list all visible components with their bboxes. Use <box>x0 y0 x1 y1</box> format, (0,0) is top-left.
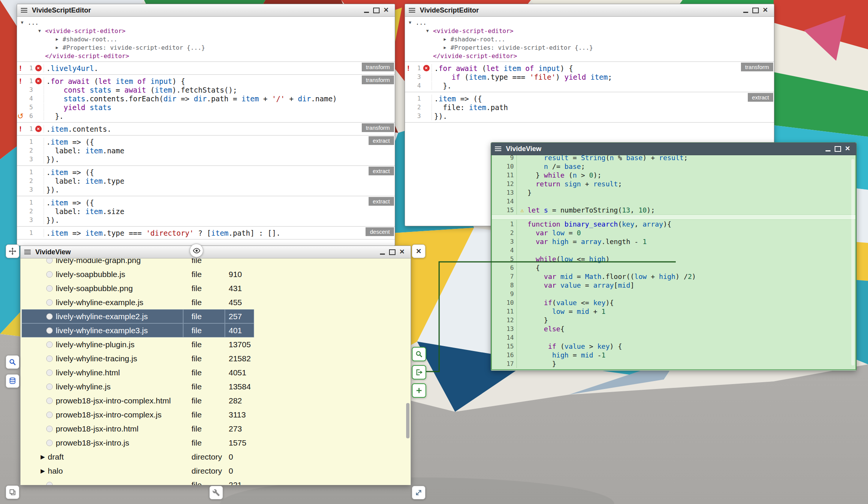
configure-button[interactable] <box>209 486 223 499</box>
data-source-button[interactable] <box>6 374 19 388</box>
file-row[interactable]: lively-whyline.jsfile13584 <box>20 380 411 394</box>
code-text[interactable]: yield stats <box>44 103 395 112</box>
code-line[interactable]: 2 label: item.name <box>17 146 395 155</box>
menu-icon[interactable] <box>24 250 31 254</box>
code-line[interactable]: 1function binary_search(key, array){ <box>492 220 855 228</box>
code-text[interactable]: .item.contents. <box>44 125 395 133</box>
code-line[interactable]: 3 var high = array.length - 1 <box>492 237 855 246</box>
code-line[interactable]: 10 n /= base; <box>492 162 855 171</box>
code-line[interactable]: 13} <box>492 188 855 197</box>
titlebar[interactable]: VivideScriptEditor ✕ <box>17 4 395 17</box>
code-line[interactable]: 12 } <box>492 316 855 324</box>
code-text[interactable]: .item => ({ <box>432 94 774 103</box>
file-row[interactable]: proweb18-jsx-intro.htmlfile273 <box>20 422 411 436</box>
code-text[interactable]: high = mid -1 <box>527 351 606 359</box>
file-row[interactable]: proweb18-jsx-intro-complex.jsfile3113 <box>20 408 411 422</box>
code-text[interactable]: { <box>527 264 540 272</box>
code-text[interactable]: .item => ({ <box>44 168 395 176</box>
menu-icon[interactable] <box>409 8 415 13</box>
code-text[interactable]: .item => ({ <box>44 138 395 146</box>
tree-node[interactable]: ▼<vivide-script-editor> <box>17 27 395 35</box>
code-line[interactable]: !1✕.item.contents. <box>17 124 395 133</box>
code-text[interactable]: file: item.path <box>432 103 774 112</box>
code-text[interactable]: var mid = Math.floor((low + high) /2) <box>527 272 696 280</box>
code-line[interactable]: 15 if (value > key) { <box>492 342 855 351</box>
code-line[interactable]: 3}). <box>17 216 395 224</box>
code-line[interactable]: 6 { <box>492 263 855 272</box>
code-line[interactable]: 5 yield stats <box>17 103 395 112</box>
code-text[interactable]: var low = 0 <box>527 229 581 237</box>
file-row[interactable]: lively-soapbubble.pngfile431 <box>20 281 411 295</box>
tree-node[interactable]: </vivide-script-editor> <box>405 52 774 60</box>
code-line[interactable]: 2 file: item.path <box>405 103 774 112</box>
tree-toggle-icon[interactable]: ▶ <box>444 45 450 50</box>
vertical-scrollbar[interactable] <box>851 159 854 365</box>
code-text[interactable]: }). <box>44 186 395 194</box>
code-line[interactable]: 11 low = mid + 1 <box>492 307 855 316</box>
vertical-scrollbar[interactable] <box>406 403 410 438</box>
dom-tree[interactable]: ▼...▼<vivide-script-editor>▶#shadow-root… <box>405 17 774 62</box>
tree-node[interactable]: ▶#shadow-root... <box>17 35 395 43</box>
tree-node[interactable]: ▼<vivide-script-editor> <box>405 27 774 35</box>
minimize-button[interactable] <box>377 247 387 257</box>
script-step-descent[interactable]: descent1.item => item.type === 'director… <box>17 227 395 239</box>
code-text[interactable]: n /= base; <box>527 162 585 170</box>
code-line[interactable]: 15⚠let s = numberToString(13, 10); <box>492 206 855 214</box>
file-row[interactable]: lively-whyline-example.jsfile455 <box>20 295 411 309</box>
code-line[interactable]: 1.item => item.type === 'directory' ? [i… <box>17 228 395 237</box>
code-line[interactable]: 1.item => ({ <box>17 168 395 176</box>
code-line[interactable]: 8 var value = array[mid] <box>492 281 855 290</box>
code-text[interactable]: stats.contents.forEach(dir => dir.path =… <box>44 94 395 103</box>
tree-node[interactable]: ▼... <box>405 18 774 27</box>
code-text[interactable]: return sign + result; <box>527 180 622 188</box>
code-block[interactable]: 1function binary_search(key, array){2 va… <box>492 220 855 368</box>
code-line[interactable]: !1✕.for await (let item of input) { <box>17 77 395 85</box>
code-line[interactable]: 3}). <box>17 185 395 194</box>
menu-icon[interactable] <box>21 8 27 13</box>
code-text[interactable]: }. <box>432 82 774 90</box>
tree-toggle-icon[interactable]: ▶ <box>56 37 63 42</box>
code-text[interactable]: } while (n > 0); <box>527 171 601 179</box>
code-text[interactable]: low = mid + 1 <box>527 307 606 315</box>
maximize-button[interactable] <box>833 144 843 153</box>
code-text[interactable]: } <box>527 360 556 368</box>
move-handle-button[interactable] <box>6 244 19 258</box>
code-line[interactable]: 12 return sign + result; <box>492 180 855 188</box>
halo-close-button[interactable]: ✕ <box>412 244 425 258</box>
search-button[interactable] <box>6 355 19 369</box>
code-line[interactable]: 3}). <box>17 155 395 164</box>
script-step-transform[interactable]: transform!1✕.for await (let item of inpu… <box>405 62 774 92</box>
code-text[interactable]: }). <box>432 112 774 120</box>
code-line[interactable]: 3 if (item.type === 'file') yield item; <box>405 72 774 81</box>
code-line[interactable]: 3}). <box>405 112 774 120</box>
tree-node[interactable]: ▶#shadow-root... <box>405 35 774 43</box>
script-step-transform[interactable]: transform!1✕.for await (let item of inpu… <box>17 75 395 123</box>
code-text[interactable]: if (item.type === 'file') yield item; <box>432 73 774 81</box>
directory-row[interactable]: ▶halodirectory0 <box>20 464 411 478</box>
resize-handle-button[interactable] <box>412 486 425 499</box>
close-button[interactable]: ✕ <box>397 247 407 257</box>
file-row[interactable]: lively-whyline.htmlfile4051 <box>20 365 411 380</box>
tree-node[interactable]: ▶#Properties: vivide-script-editor {...} <box>405 43 774 52</box>
inspect-eye-button[interactable] <box>190 244 203 257</box>
tree-node[interactable]: ▼... <box>17 18 395 27</box>
expand-arrow-icon[interactable]: ▶ <box>41 468 45 474</box>
code-text[interactable]: } <box>527 189 532 197</box>
open-script-view-button[interactable] <box>412 347 426 361</box>
code-line[interactable]: 11 } while (n > 0); <box>492 171 855 180</box>
file-row[interactable]: lively-whyline-example3.jsfile401 <box>20 323 411 337</box>
code-line[interactable]: !1✕.lively4url. <box>17 64 395 72</box>
code-line[interactable]: 9 <box>492 290 855 298</box>
script-step-transform[interactable]: transform!1✕.item.contents. <box>17 123 395 135</box>
code-line[interactable]: 9 result = String(n % base) + result; <box>492 155 855 162</box>
code-text[interactable]: var high = array.length - 1 <box>527 238 647 246</box>
file-row[interactable]: lively-whyline-tracing.jsfile21582 <box>20 351 411 365</box>
file-row[interactable]: lively-soapbubble.jsfile910 <box>20 267 411 281</box>
file-row[interactable]: lively-module-graph.pngfile <box>20 258 411 267</box>
code-line[interactable]: 2 label: item.type <box>17 176 395 185</box>
minimize-button[interactable] <box>823 144 833 153</box>
script-step-extract[interactable]: extract1.item => ({2 label: item.size3})… <box>17 196 395 227</box>
code-text[interactable]: .item => item.type === 'directory' ? [it… <box>44 229 395 237</box>
tree-toggle-icon[interactable]: ▶ <box>444 37 450 42</box>
code-text[interactable]: .for await (let item of input) { <box>44 77 395 85</box>
